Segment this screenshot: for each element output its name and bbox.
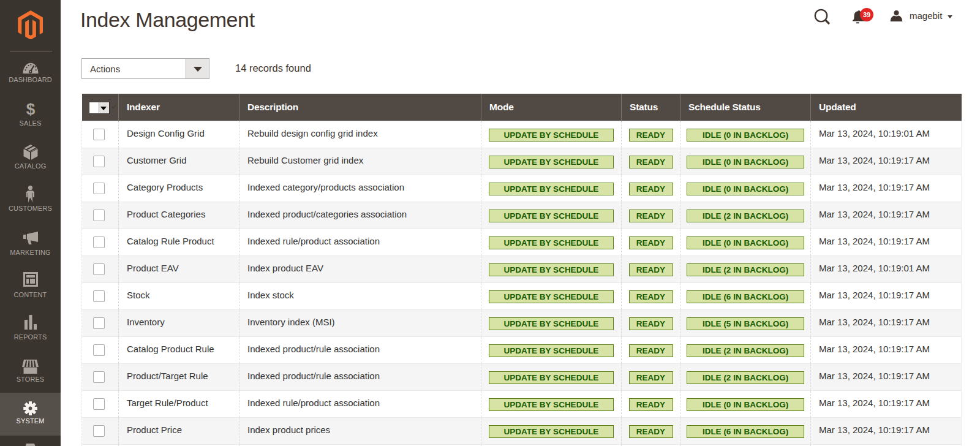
svg-text:$: $ xyxy=(26,102,35,118)
